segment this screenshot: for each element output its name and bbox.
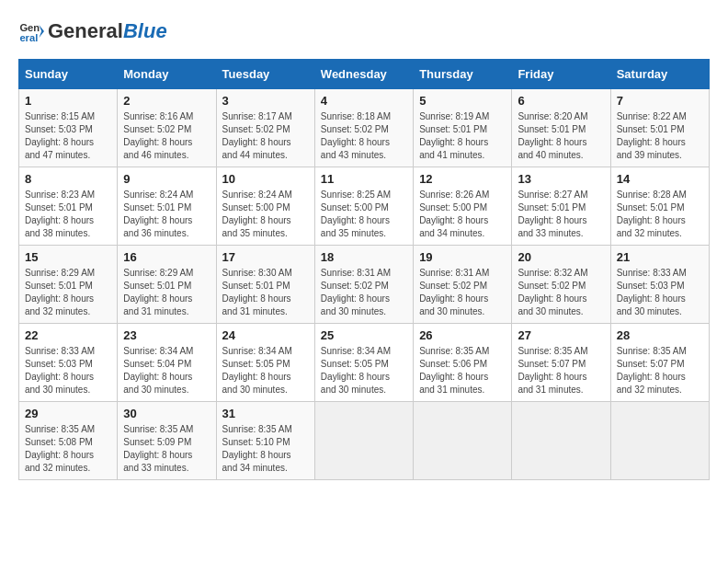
calendar-cell: 8 Sunrise: 8:23 AM Sunset: 5:01 PM Dayli… xyxy=(19,167,118,246)
week-row-3: 15 Sunrise: 8:29 AM Sunset: 5:01 PM Dayl… xyxy=(19,246,710,324)
calendar-cell: 21 Sunrise: 8:33 AM Sunset: 5:03 PM Dayl… xyxy=(610,246,709,324)
day-number: 8 xyxy=(25,172,111,186)
day-info: Sunrise: 8:34 AM Sunset: 5:05 PM Dayligh… xyxy=(222,345,309,396)
day-info: Sunrise: 8:30 AM Sunset: 5:01 PM Dayligh… xyxy=(222,267,309,318)
day-info: Sunrise: 8:33 AM Sunset: 5:03 PM Dayligh… xyxy=(25,345,111,396)
weekday-header-row: SundayMondayTuesdayWednesdayThursdayFrid… xyxy=(19,60,710,89)
calendar-cell: 2 Sunrise: 8:16 AM Sunset: 5:02 PM Dayli… xyxy=(118,89,216,167)
day-number: 13 xyxy=(518,172,604,186)
calendar-cell: 9 Sunrise: 8:24 AM Sunset: 5:01 PM Dayli… xyxy=(118,167,216,246)
day-number: 12 xyxy=(419,172,506,186)
day-info: Sunrise: 8:29 AM Sunset: 5:01 PM Dayligh… xyxy=(123,267,210,318)
day-number: 29 xyxy=(25,407,111,420)
weekday-header-sunday: Sunday xyxy=(19,60,118,89)
svg-marker-2 xyxy=(39,25,44,38)
day-number: 23 xyxy=(123,328,210,342)
day-info: Sunrise: 8:31 AM Sunset: 5:02 PM Dayligh… xyxy=(419,267,506,318)
day-info: Sunrise: 8:34 AM Sunset: 5:05 PM Dayligh… xyxy=(321,345,407,396)
day-number: 14 xyxy=(617,172,703,186)
calendar-cell: 7 Sunrise: 8:22 AM Sunset: 5:01 PM Dayli… xyxy=(610,89,709,167)
day-info: Sunrise: 8:35 AM Sunset: 5:08 PM Dayligh… xyxy=(25,423,111,475)
day-number: 1 xyxy=(25,94,111,108)
day-number: 30 xyxy=(123,407,210,420)
svg-text:eral: eral xyxy=(19,32,38,43)
day-number: 22 xyxy=(25,328,111,342)
calendar-cell: 29 Sunrise: 8:35 AM Sunset: 5:08 PM Dayl… xyxy=(19,402,118,480)
day-info: Sunrise: 8:32 AM Sunset: 5:02 PM Dayligh… xyxy=(518,267,604,318)
day-info: Sunrise: 8:16 AM Sunset: 5:02 PM Dayligh… xyxy=(123,110,210,162)
day-info: Sunrise: 8:23 AM Sunset: 5:01 PM Dayligh… xyxy=(25,189,111,240)
day-info: Sunrise: 8:33 AM Sunset: 5:03 PM Dayligh… xyxy=(617,267,703,318)
day-info: Sunrise: 8:27 AM Sunset: 5:01 PM Dayligh… xyxy=(518,189,604,240)
day-info: Sunrise: 8:19 AM Sunset: 5:01 PM Dayligh… xyxy=(419,110,506,162)
day-number: 16 xyxy=(123,250,210,264)
day-number: 7 xyxy=(617,94,703,108)
calendar-cell: 11 Sunrise: 8:25 AM Sunset: 5:00 PM Dayl… xyxy=(314,167,413,246)
day-info: Sunrise: 8:34 AM Sunset: 5:04 PM Dayligh… xyxy=(123,345,210,396)
calendar-cell: 17 Sunrise: 8:30 AM Sunset: 5:01 PM Dayl… xyxy=(216,246,314,324)
calendar-cell: 10 Sunrise: 8:24 AM Sunset: 5:00 PM Dayl… xyxy=(216,167,314,246)
calendar-cell: 24 Sunrise: 8:34 AM Sunset: 5:05 PM Dayl… xyxy=(216,324,314,402)
day-number: 20 xyxy=(518,250,604,264)
day-info: Sunrise: 8:24 AM Sunset: 5:01 PM Dayligh… xyxy=(123,189,210,240)
logo-icon: Gen eral xyxy=(18,18,44,44)
calendar-cell xyxy=(610,402,709,480)
day-number: 17 xyxy=(222,250,309,264)
calendar-cell: 19 Sunrise: 8:31 AM Sunset: 5:02 PM Dayl… xyxy=(414,246,512,324)
weekday-header-friday: Friday xyxy=(512,60,610,89)
day-number: 5 xyxy=(419,94,506,108)
calendar-cell: 23 Sunrise: 8:34 AM Sunset: 5:04 PM Dayl… xyxy=(118,324,216,402)
day-number: 25 xyxy=(321,328,407,342)
day-info: Sunrise: 8:35 AM Sunset: 5:06 PM Dayligh… xyxy=(419,345,506,396)
weekday-header-thursday: Thursday xyxy=(414,60,512,89)
weekday-header-monday: Monday xyxy=(118,60,216,89)
calendar-cell: 22 Sunrise: 8:33 AM Sunset: 5:03 PM Dayl… xyxy=(19,324,118,402)
day-info: Sunrise: 8:31 AM Sunset: 5:02 PM Dayligh… xyxy=(321,267,407,318)
day-number: 3 xyxy=(222,94,309,108)
calendar-cell: 4 Sunrise: 8:18 AM Sunset: 5:02 PM Dayli… xyxy=(314,89,413,167)
day-number: 15 xyxy=(25,250,111,264)
calendar-cell: 3 Sunrise: 8:17 AM Sunset: 5:02 PM Dayli… xyxy=(216,89,314,167)
calendar-table: SundayMondayTuesdayWednesdayThursdayFrid… xyxy=(18,59,710,480)
calendar-cell: 30 Sunrise: 8:35 AM Sunset: 5:09 PM Dayl… xyxy=(118,402,216,480)
svg-text:Gen: Gen xyxy=(19,22,40,33)
weekday-header-saturday: Saturday xyxy=(610,60,709,89)
week-row-1: 1 Sunrise: 8:15 AM Sunset: 5:03 PM Dayli… xyxy=(19,89,710,167)
day-number: 9 xyxy=(123,172,210,186)
day-number: 4 xyxy=(321,94,407,108)
day-number: 6 xyxy=(518,94,604,108)
logo-text: GeneralBlue xyxy=(48,20,167,42)
day-number: 18 xyxy=(321,250,407,264)
day-number: 19 xyxy=(419,250,506,264)
day-info: Sunrise: 8:17 AM Sunset: 5:02 PM Dayligh… xyxy=(222,110,309,162)
calendar-cell: 14 Sunrise: 8:28 AM Sunset: 5:01 PM Dayl… xyxy=(610,167,709,246)
calendar-cell: 27 Sunrise: 8:35 AM Sunset: 5:07 PM Dayl… xyxy=(512,324,610,402)
day-number: 26 xyxy=(419,328,506,342)
day-number: 2 xyxy=(123,94,210,108)
calendar-cell: 13 Sunrise: 8:27 AM Sunset: 5:01 PM Dayl… xyxy=(512,167,610,246)
calendar-cell: 28 Sunrise: 8:35 AM Sunset: 5:07 PM Dayl… xyxy=(610,324,709,402)
week-row-4: 22 Sunrise: 8:33 AM Sunset: 5:03 PM Dayl… xyxy=(19,324,710,402)
day-info: Sunrise: 8:24 AM Sunset: 5:00 PM Dayligh… xyxy=(222,189,309,240)
day-info: Sunrise: 8:26 AM Sunset: 5:00 PM Dayligh… xyxy=(419,189,506,240)
day-info: Sunrise: 8:15 AM Sunset: 5:03 PM Dayligh… xyxy=(25,110,111,162)
day-info: Sunrise: 8:35 AM Sunset: 5:10 PM Dayligh… xyxy=(222,423,309,475)
calendar-cell: 20 Sunrise: 8:32 AM Sunset: 5:02 PM Dayl… xyxy=(512,246,610,324)
calendar-cell: 25 Sunrise: 8:34 AM Sunset: 5:05 PM Dayl… xyxy=(314,324,413,402)
calendar-cell xyxy=(512,402,610,480)
calendar-cell xyxy=(414,402,512,480)
day-info: Sunrise: 8:35 AM Sunset: 5:07 PM Dayligh… xyxy=(518,345,604,396)
calendar-cell: 15 Sunrise: 8:29 AM Sunset: 5:01 PM Dayl… xyxy=(19,246,118,324)
day-number: 11 xyxy=(321,172,407,186)
calendar-cell xyxy=(314,402,413,480)
day-number: 24 xyxy=(222,328,309,342)
calendar-cell: 6 Sunrise: 8:20 AM Sunset: 5:01 PM Dayli… xyxy=(512,89,610,167)
logo: Gen eral GeneralBlue xyxy=(18,18,167,44)
calendar-cell: 1 Sunrise: 8:15 AM Sunset: 5:03 PM Dayli… xyxy=(19,89,118,167)
day-info: Sunrise: 8:20 AM Sunset: 5:01 PM Dayligh… xyxy=(518,110,604,162)
weekday-header-wednesday: Wednesday xyxy=(314,60,413,89)
calendar-cell: 12 Sunrise: 8:26 AM Sunset: 5:00 PM Dayl… xyxy=(414,167,512,246)
day-number: 21 xyxy=(617,250,703,264)
day-number: 31 xyxy=(222,407,309,420)
day-info: Sunrise: 8:22 AM Sunset: 5:01 PM Dayligh… xyxy=(617,110,703,162)
